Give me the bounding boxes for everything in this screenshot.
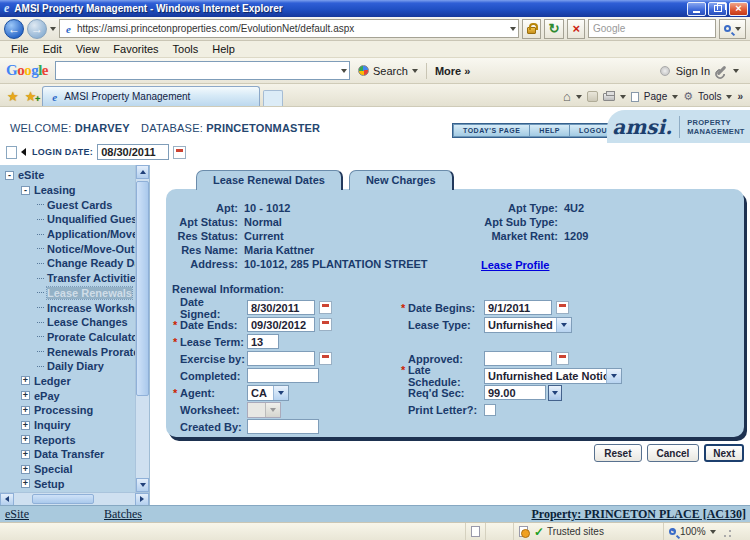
url-dropdown-icon[interactable] [510,27,516,31]
calendar-icon[interactable] [319,301,332,314]
login-date-input[interactable] [97,144,169,160]
sidebar-item-epay[interactable]: +ePay [0,388,135,403]
tab-lease-renewal-dates[interactable]: Lease Renewal Dates [196,170,343,190]
select-arrow-button[interactable] [273,386,288,400]
sidebar-item-daily-diary[interactable]: Daily Diary [0,359,135,374]
sidebar-item-renewals-prorate-c[interactable]: Renewals Prorate C [0,344,135,359]
url-field[interactable]: e https://amsi.princetonproperties.com/E… [59,19,519,38]
sidebar-item-increase-workshee[interactable]: Increase Workshee [0,300,135,315]
search-options-icon[interactable] [735,27,741,31]
google-search-button[interactable]: Search [358,65,418,77]
calendar-icon[interactable] [173,146,186,159]
plus-expander-icon[interactable]: + [21,435,30,444]
scroll-right-button[interactable] [135,493,149,506]
print-letter-checkbox[interactable] [484,404,496,416]
tools-menu-button[interactable]: Tools [698,91,721,102]
google-more-button[interactable]: More » [435,65,470,77]
cancel-button[interactable]: Cancel [647,444,700,462]
page-caret-icon[interactable] [672,95,678,99]
plus-expander-icon[interactable]: + [21,479,30,488]
sidebar-item-esite[interactable]: -eSite [0,168,135,183]
menu-file[interactable]: File [4,42,36,56]
sidebar-item-notice-move-out[interactable]: Notice/Move-Out [0,241,135,256]
back-button[interactable]: ← [4,19,24,39]
browser-tab[interactable]: e AMSI Property Management [42,86,260,106]
print-caret-icon[interactable] [620,95,626,99]
restore-button[interactable] [708,2,727,16]
sidebar-item-setup[interactable]: +Setup [0,476,135,491]
sidebar-item-guest-cards[interactable]: Guest Cards [0,197,135,212]
home-icon[interactable]: ⌂ [563,90,571,103]
favorites-star-icon[interactable]: ★ [7,90,19,103]
sidebar-item-prorate-calculator[interactable]: Prorate Calculator [0,330,135,345]
menu-favorites[interactable]: Favorites [106,42,165,56]
sidebar-item-processing[interactable]: +Processing [0,403,135,418]
scroll-left-button[interactable] [0,493,14,506]
calendar-icon[interactable] [319,352,332,365]
sidebar-item-special[interactable]: +Special [0,462,135,477]
new-tab-stub[interactable] [263,90,283,106]
menu-help[interactable]: Help [205,42,242,56]
property-link[interactable]: Property: PRINCETON PLACE [AC130] [531,507,746,522]
exercise-by-input[interactable] [247,351,315,366]
lease-term-input[interactable] [247,334,279,349]
date-signed-input[interactable] [247,300,315,315]
google-search-dropdown-icon[interactable] [341,69,347,73]
minimize-button[interactable] [687,2,706,16]
gear-icon[interactable]: ⚙ [683,91,693,102]
plus-expander-icon[interactable]: + [21,406,30,415]
minus-expander-icon[interactable]: - [5,171,14,180]
date-begins-input[interactable] [484,300,552,315]
plus-expander-icon[interactable]: + [21,465,30,474]
wrench-icon[interactable] [717,66,727,76]
sidebar-item-inquiry[interactable]: +Inquiry [0,418,135,433]
late-schedule-select[interactable]: Unfurnished Late Notice [484,368,622,384]
search-go-button[interactable] [719,19,746,39]
sidebar-item-transfer-activities[interactable]: Transfer Activities [0,271,135,286]
forward-button[interactable]: → [27,19,47,39]
google-settings-caret-icon[interactable] [733,69,739,73]
sidebar-item-change-ready-date[interactable]: Change Ready Date [0,256,135,271]
google-search-input[interactable] [55,61,350,80]
footer-link-batches[interactable]: Batches [104,507,142,522]
menu-edit[interactable]: Edit [36,42,69,56]
plus-expander-icon[interactable]: + [21,391,30,400]
refresh-button[interactable]: ↻ [544,19,565,39]
footer-link-esite[interactable]: eSite [5,507,29,522]
select-arrow-button[interactable] [606,369,621,383]
tools-caret-icon[interactable] [726,95,732,99]
feed-icon[interactable] [587,91,598,102]
plus-expander-icon[interactable]: + [21,421,30,430]
minus-expander-icon[interactable]: - [21,186,30,195]
sidebar-item-ledger[interactable]: +Ledger [0,374,135,389]
tab-new-charges[interactable]: New Charges [349,170,454,190]
scroll-down-button[interactable] [136,478,149,492]
print-icon[interactable] [603,93,615,101]
page-menu-icon[interactable] [631,92,639,102]
sidebar-horizontal-scrollbar[interactable] [0,492,149,505]
add-favorite-icon[interactable]: ★ [25,90,37,103]
completed-input[interactable] [247,368,319,383]
calendar-icon[interactable] [556,352,569,365]
browser-search-input[interactable]: Google [588,19,716,38]
google-sign-in-button[interactable]: Sign In [676,65,710,77]
req-d-sec-input[interactable] [484,385,546,400]
sidebar-item-unqualified-guests[interactable]: Unqualified Guests [0,212,135,227]
collapse-arrow-icon[interactable] [21,148,26,156]
plus-expander-icon[interactable]: + [21,376,30,385]
select-arrow-button[interactable] [556,318,571,332]
sidebar-item-reports[interactable]: +Reports [0,432,135,447]
lease-profile-link[interactable]: Lease Profile [481,259,549,271]
resize-grip[interactable] [722,526,732,538]
sidebar-item-lease-changes[interactable]: Lease Changes [0,315,135,330]
history-dropdown-icon[interactable] [50,27,56,31]
zoom-caret-icon[interactable] [710,530,716,534]
home-caret-icon[interactable] [576,95,582,99]
help-button[interactable]: HELP [529,124,569,137]
sidebar-item-data-transfer[interactable]: +Data Transfer [0,447,135,462]
reset-button[interactable]: Reset [594,444,641,462]
security-lock-button[interactable] [522,19,541,39]
lease-type-select[interactable]: Unfurnished [484,317,572,333]
scroll-thumb[interactable] [136,181,149,396]
hscroll-track[interactable] [14,493,135,505]
